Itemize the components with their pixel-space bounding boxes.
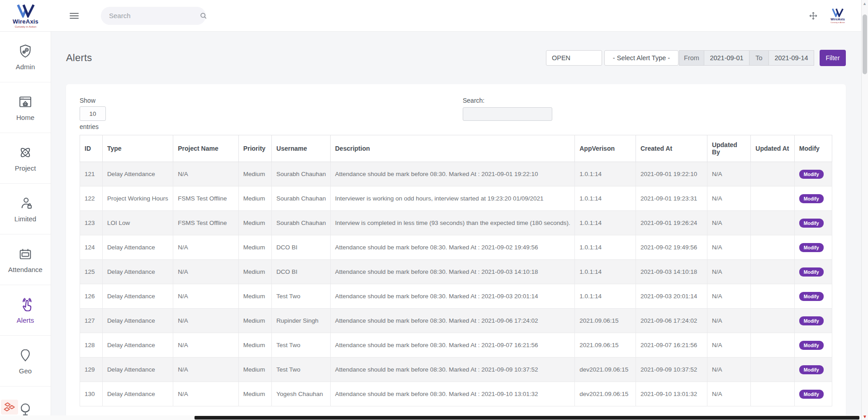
cell-id: 124	[80, 235, 103, 260]
col-header-updated-at[interactable]: Updated At	[751, 135, 794, 162]
col-header-updated-by[interactable]: Updated By	[707, 135, 750, 162]
sidebar-item-alerts[interactable]: Alerts	[0, 285, 51, 336]
cell-type: Delay Attendance	[102, 162, 173, 186]
search-icon[interactable]	[199, 11, 208, 20]
col-header-appversion[interactable]: AppVerison	[575, 135, 636, 162]
col-header-id[interactable]: ID	[80, 135, 103, 162]
cell-description: Attendance should be mark before 08:30. …	[330, 358, 574, 382]
filter-bar: OPEN - Select Alert Type - From 2021-09-…	[546, 50, 846, 66]
debug-corner-badge[interactable]	[1, 400, 18, 415]
alerts-card: Show 10 entries Search: ID	[66, 84, 846, 420]
col-header-username[interactable]: Username	[272, 135, 331, 162]
brand-name: WireAxis	[13, 18, 38, 25]
cell-username: Test Two	[272, 284, 331, 309]
cell-description: Attendance should be mark before 08:30. …	[330, 260, 574, 284]
cell-updated-by: N/A	[707, 382, 750, 406]
map-pin-icon	[18, 348, 33, 363]
cell-modify: Modify	[794, 358, 832, 382]
cell-type: LOI Low	[102, 211, 173, 235]
topbar-mini-logo[interactable]: WireAxis Curiosity in Action	[830, 8, 845, 24]
modify-button[interactable]: Modify	[799, 292, 824, 301]
modify-button[interactable]: Modify	[799, 243, 824, 252]
scroll-up-arrow-icon[interactable]: ▲	[863, 1, 867, 6]
filter-button[interactable]: Filter	[820, 50, 846, 66]
cell-appversion: 2021.09.06:15	[575, 333, 636, 358]
vertical-scrollbar[interactable]: ▲ ▼	[861, 0, 868, 420]
modify-button[interactable]: Modify	[799, 365, 824, 374]
cell-created-at: 2021-09-03 20:01:14	[636, 284, 707, 309]
modify-button[interactable]: Modify	[799, 267, 824, 277]
cell-type: Delay Attendance	[102, 358, 173, 382]
scroll-down-arrow-icon[interactable]: ▼	[863, 414, 867, 419]
cell-modify: Modify	[794, 382, 832, 406]
show-label: Show	[80, 97, 95, 104]
sidebar-item-limited[interactable]: Limited	[0, 184, 51, 234]
modify-button[interactable]: Modify	[799, 316, 824, 325]
topbar-search-input[interactable]	[109, 12, 199, 19]
vertical-scrollbar-thumb[interactable]	[863, 14, 867, 74]
cell-description: Attendance should be mark before 08:30. …	[330, 162, 574, 186]
col-header-created-at[interactable]: Created At	[636, 135, 707, 162]
cell-username: Yogesh Chauhan	[272, 382, 331, 406]
to-label: To	[749, 50, 769, 66]
brand-logo[interactable]: WireAxis Curiosity in Action	[0, 3, 51, 28]
cell-username: Rupinder Singh	[272, 309, 331, 333]
cell-priority: Medium	[238, 235, 271, 260]
cell-modify: Modify	[794, 309, 832, 333]
table-row: 122 Project Working Hours FSMS Test Offl…	[80, 186, 832, 211]
page-length-select[interactable]: 10	[80, 106, 106, 121]
cell-modify: Modify	[794, 260, 832, 284]
col-header-priority[interactable]: Priority	[238, 135, 271, 162]
col-header-description[interactable]: Description	[330, 135, 574, 162]
sidebar-item-label: Geo	[19, 367, 32, 375]
table-search-input[interactable]	[463, 107, 552, 121]
cell-created-at: 2021-09-10 13:01:32	[636, 382, 707, 406]
cell-updated-by: N/A	[707, 284, 750, 309]
alert-type-select[interactable]: - Select Alert Type -	[604, 50, 678, 66]
cell-project: N/A	[173, 162, 239, 186]
table-row: 128 Delay Attendance N/A Medium Test Two…	[80, 333, 832, 358]
cell-priority: Medium	[238, 186, 271, 211]
hamburger-menu-icon[interactable]	[68, 10, 80, 22]
modify-button[interactable]: Modify	[799, 219, 824, 228]
modify-button[interactable]: Modify	[799, 194, 824, 203]
cell-id: 127	[80, 309, 103, 333]
sidebar-item-admin[interactable]: Admin	[0, 32, 51, 82]
modify-button[interactable]: Modify	[799, 341, 824, 350]
cell-priority: Medium	[238, 260, 271, 284]
modify-button[interactable]: Modify	[799, 170, 824, 179]
cell-description: Attendance should be mark before 08:30. …	[330, 382, 574, 406]
cell-appversion: 2021.09.06:15	[575, 309, 636, 333]
cell-updated-by: N/A	[707, 186, 750, 211]
col-header-modify[interactable]: Modify	[794, 135, 832, 162]
modify-button[interactable]: Modify	[799, 390, 824, 399]
topbar-search[interactable]	[101, 7, 206, 25]
horizontal-scrollbar-thumb[interactable]	[194, 416, 859, 420]
from-date-input[interactable]: 2021-09-01	[704, 50, 749, 66]
cell-project: N/A	[173, 260, 239, 284]
move-arrows-icon[interactable]	[808, 10, 819, 21]
cell-project: FSMS Test Offline	[173, 211, 239, 235]
col-header-type[interactable]: Type	[102, 135, 173, 162]
sidebar-item-geo[interactable]: Geo	[0, 336, 51, 387]
cell-project: FSMS Test Offline	[173, 186, 239, 211]
cell-project: N/A	[173, 382, 239, 406]
cell-type: Delay Attendance	[102, 382, 173, 406]
cell-id: 122	[80, 186, 103, 211]
globe-icon	[18, 402, 33, 417]
user-lock-icon	[18, 196, 33, 211]
table-row: 130 Delay Attendance N/A Medium Yogesh C…	[80, 382, 832, 406]
col-header-project[interactable]: Project Name	[173, 135, 239, 162]
cell-updated-at	[751, 333, 794, 358]
cell-created-at: 2021-09-01 19:23:31	[636, 186, 707, 211]
horizontal-scrollbar[interactable]	[0, 415, 861, 420]
cell-description: Interview is completed in less time (93 …	[330, 211, 574, 235]
sidebar-item-home[interactable]: Home	[0, 82, 51, 133]
to-date-input[interactable]: 2021-09-14	[768, 50, 814, 66]
app-window: WireAxis Curiosity in Action	[0, 0, 868, 420]
cell-id: 129	[80, 358, 103, 382]
sidebar-item-attendance[interactable]: Attendance	[0, 234, 51, 285]
sidebar-item-project[interactable]: Project	[0, 133, 51, 184]
status-select[interactable]: OPEN	[546, 50, 602, 66]
cell-id: 125	[80, 260, 103, 284]
